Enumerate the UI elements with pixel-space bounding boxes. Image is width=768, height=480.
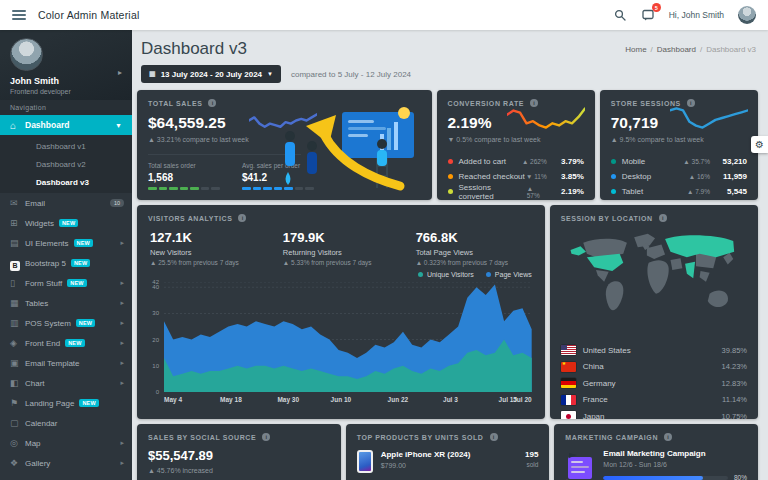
location-list: United States 39.85% China 14.23% German… (561, 342, 747, 419)
sidebar-profile[interactable]: John Smith Frontend developer ▸ (0, 30, 132, 100)
sidebar-item-email-template[interactable]: ▣ Email Template ▸ (0, 353, 132, 373)
sidebar-item-chart[interactable]: ◧ Chart ▸ (0, 373, 132, 393)
chevron-right-icon: ▸ (120, 239, 124, 247)
series-dot (611, 189, 616, 194)
new-badge: NEW (76, 319, 95, 327)
campaign-progress-fill (603, 476, 703, 480)
sidebar-item-landing-page[interactable]: ⚑ Landing Page NEW (0, 393, 132, 413)
sidebar-item-map[interactable]: ◎ Map ▸ (0, 433, 132, 453)
hamburger-menu-icon[interactable] (12, 10, 26, 20)
sidebar-item-dashboard-v1[interactable]: Dashboard v1 (0, 137, 132, 155)
campaign-progress-track (603, 476, 728, 480)
widgets-icon: ⊞ (10, 218, 25, 228)
product-row[interactable]: Apple iPhone XR (2024) $799.00 195 sold (357, 450, 539, 473)
sidebar-item-bootstrap-5[interactable]: B Bootstrap 5 NEW (0, 253, 132, 273)
bootstrap-icon: B (10, 254, 25, 272)
search-icon[interactable] (613, 8, 627, 22)
conversion-breakdown: Added to cart ▲ 262% 3.79% Reached check… (448, 154, 584, 199)
info-icon[interactable]: i (262, 433, 270, 441)
germany-flag-icon (561, 378, 576, 388)
card-title: SESSION BY LOCATION (561, 215, 653, 222)
sidebar-item-front-end[interactable]: ◈ Front End NEW ▸ (0, 333, 132, 353)
sidebar-item-dashboard-v2[interactable]: Dashboard v2 (0, 155, 132, 173)
progress-segments (148, 187, 220, 190)
x-tick: Jul 20 (513, 396, 531, 403)
card-title: VISITORS ANALYTICS (148, 215, 232, 222)
y-axis-labels: 42403020100 (148, 282, 161, 392)
location-row: France 11.14% (561, 392, 747, 409)
conversion-rate-card: CONVERSION RATEi 2.19% ▼ 0.5% compare to… (437, 90, 595, 200)
info-icon[interactable]: i (238, 214, 246, 222)
breadcrumb-current: Dashboard v3 (706, 45, 756, 54)
us-flag-icon (561, 345, 576, 355)
form-icon: ▯ (10, 278, 25, 288)
info-icon[interactable]: i (659, 214, 667, 222)
campaign-row: Email Marketing Campaign Mon 12/6 - Sun … (565, 449, 747, 480)
social-sales-delta: ▲ 45.76% increased (148, 467, 330, 474)
profile-name: John Smith (10, 76, 122, 86)
series-dot (448, 189, 453, 194)
chevron-right-icon: ▸ (120, 459, 124, 467)
notifications-icon[interactable]: 5 (641, 8, 655, 22)
sidebar-item-form-stuff[interactable]: ▯ Form Stuff NEW ▸ (0, 273, 132, 293)
info-icon[interactable]: i (664, 433, 672, 441)
breadcrumb-home[interactable]: Home (625, 45, 646, 54)
conversion-rate-delta: ▼ 0.5% compare to last week (448, 136, 584, 143)
sidebar: John Smith Frontend developer ▸ Navigati… (0, 30, 132, 480)
sidebar-item-calendar[interactable]: ▢ Calendar (0, 413, 132, 433)
settings-gear-icon[interactable]: ⚙ (751, 136, 768, 153)
sessions-breakdown: Mobile ▲ 35.7% 53,210 Desktop ▲ 16% 11,9… (611, 154, 747, 199)
breadcrumb-dashboard[interactable]: Dashboard (657, 45, 696, 54)
email-template-icon: ▣ (10, 358, 25, 368)
chevron-down-icon: ▼ (267, 71, 273, 77)
conversion-sparkline (507, 105, 585, 131)
notification-badge: 5 (652, 3, 661, 12)
sidebar-item-ui-elements[interactable]: ▤ UI Elements NEW ▸ (0, 233, 132, 253)
series-dot (611, 159, 616, 164)
store-sessions-card: STORE SESSIONSi 70,719 ▲ 9.5% compare to… (600, 90, 758, 200)
app-title: Color Admin Material (38, 9, 139, 21)
campaign-progress-label: 80% (734, 474, 747, 480)
gallery-icon: ❖ (10, 458, 25, 468)
y-tick: 0 (156, 389, 159, 395)
sidebar-item-tables[interactable]: ▦ Tables ▸ (0, 293, 132, 313)
series-dot (448, 174, 453, 179)
chevron-right-icon: ▸ (120, 439, 124, 447)
sidebar-item-gallery[interactable]: ❖ Gallery ▸ (0, 453, 132, 473)
card-title: TOP PRODUCTS BY UNITS SOLD (357, 434, 484, 441)
sidebar-item-pos-system[interactable]: ▥ POS System NEW ▸ (0, 313, 132, 333)
x-tick: May 18 (220, 396, 242, 403)
breadcrumb-separator: / (700, 45, 702, 54)
sidebar-item-widgets[interactable]: ⊞ Widgets NEW (0, 213, 132, 233)
user-avatar[interactable] (738, 6, 756, 24)
dashboard-submenu: Dashboard v1 Dashboard v2 Dashboard v3 (0, 135, 132, 193)
profile-role: Frontend developer (10, 88, 122, 95)
substat: Total sales order 1,568 (148, 162, 220, 190)
series-dot (448, 159, 453, 164)
marketing-campaign-card: MARKETING CAMPAIGNi Email Marketing Camp… (554, 424, 758, 480)
store-sessions-delta: ▲ 9.5% compare to last week (611, 136, 747, 143)
info-icon[interactable]: i (490, 433, 498, 441)
sidebar-item-dashboard-v3[interactable]: Dashboard v3 (0, 173, 132, 191)
sales-by-social-source-card: SALES BY SOCIAL SOURCEi $55,547.89 ▲ 45.… (137, 424, 341, 480)
x-tick: Jul 3 (443, 396, 458, 403)
sidebar-item-dashboard[interactable]: ⌂ Dashboard ▼ (0, 115, 132, 135)
new-badge: NEW (74, 239, 93, 247)
info-icon[interactable]: i (208, 99, 216, 107)
main-content: Dashboard v3 Home / Dashboard / Dashboar… (132, 30, 768, 480)
new-badge: NEW (79, 399, 98, 407)
chevron-right-icon: ▸ (118, 68, 122, 77)
new-badge: NEW (67, 279, 86, 287)
ui-elements-icon: ▤ (10, 238, 25, 248)
breadcrumb-separator: / (651, 45, 653, 54)
topbar-right: 5 Hi, John Smith (613, 6, 756, 24)
product-image (357, 450, 373, 473)
sidebar-item-email[interactable]: ✉ Email 10 (0, 193, 132, 213)
pos-icon: ▥ (10, 318, 25, 328)
france-flag-icon (561, 395, 576, 405)
chevron-right-icon: ▸ (120, 379, 124, 387)
x-tick: Jun 22 (388, 396, 409, 403)
home-icon: ⌂ (10, 120, 25, 131)
date-range-picker[interactable]: ▦ 13 July 2024 - 20 July 2024 ▼ (141, 65, 281, 83)
metric-row: Desktop ▲ 16% 11,959 (611, 169, 747, 184)
